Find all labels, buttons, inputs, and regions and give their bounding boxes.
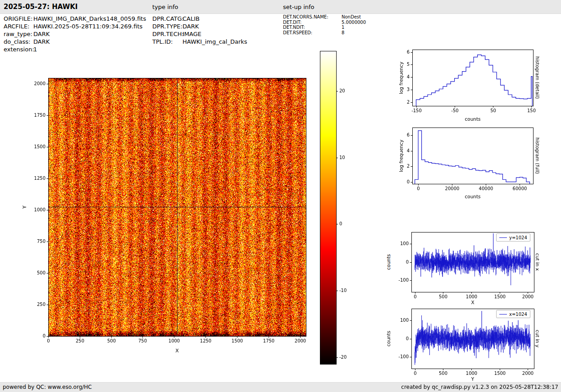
info-row-extension: extension:1: [4, 46, 146, 53]
page-title: 2025-05-27: HAWKI: [4, 3, 78, 11]
info-row-dprtech: DPR.TECH:IMAGE: [152, 30, 247, 38]
info-value: 1: [342, 25, 344, 30]
info-row-rawtype: raw_type:DARK: [4, 30, 146, 38]
main-xaxis-label: X: [48, 348, 306, 354]
histogram-full-xaxis-label: counts: [412, 194, 533, 199]
info-row-origfile: ORIGFILE:HAWKI_IMG_DARK_Darks148_0059.fi…: [4, 15, 146, 23]
info-label: ARCFILE:: [4, 23, 33, 30]
cut-y-legend-text: x=1024: [509, 312, 527, 317]
info-value: HAWKI_IMG_DARK_Darks148_0059.fits: [33, 15, 146, 22]
info-value: DARK: [182, 23, 199, 30]
info-label: DET.NDIT:: [283, 25, 342, 30]
qc-report-page: 2025-05-27: HAWKI type info set-up info …: [0, 0, 561, 392]
cut-x-yaxis-label: counts: [386, 232, 391, 292]
info-value: DARK: [33, 38, 50, 45]
info-label: DPR.TECH:: [152, 30, 182, 38]
info-label: DPR.TYPE:: [152, 23, 182, 30]
info-row-doclass: do_class:DARK: [4, 38, 146, 46]
info-row-dprtype: DPR.TYPE:DARK: [152, 23, 247, 30]
info-row-tplid: TPL.ID:HAWKI_img_cal_Darks: [152, 38, 247, 46]
footer-right-text: created by qc_rawdisp.py v1.2.3 on 2025-…: [401, 383, 558, 392]
cut-x-side-label: cut in x: [535, 232, 540, 292]
histogram-full-yaxis-label: log frequency: [398, 128, 404, 184]
info-row-arcfile: ARCFILE:HAWKI.2025-05-28T11:09:34.269.fi…: [4, 23, 146, 30]
info-value: DARK: [33, 31, 50, 37]
histogram-full-side-label: histogram (full): [535, 128, 540, 184]
legend-line-sample: [499, 314, 507, 315]
cut-y-xaxis-label: Y: [411, 376, 534, 382]
info-label: DET.RSPEED:: [283, 30, 342, 36]
cut-x-legend-text: y=1024: [509, 235, 527, 240]
main-yaxis-label: Y: [22, 78, 27, 336]
info-row-ncorrs: DET.NCORRS.NAME:NonDest: [283, 14, 366, 20]
legend-line-sample: [499, 237, 507, 238]
cut-y-yaxis-label: counts: [386, 309, 391, 369]
raw-frame-heatmap: [18, 59, 315, 351]
info-row-ndit: DET.NDIT:1: [283, 25, 366, 30]
info-label: raw_type:: [4, 30, 33, 38]
histogram-detail-chart: [392, 43, 541, 117]
header-bar: 2025-05-27: HAWKI type info set-up info: [0, 0, 561, 14]
setup-info-heading: set-up info: [283, 4, 315, 10]
info-row-rspeed: DET.RSPEED:8: [283, 30, 366, 36]
info-value: 1: [33, 46, 37, 53]
footer-left-text: powered by QC: www.eso.org/HC: [3, 383, 92, 392]
info-value: CALIB: [182, 15, 200, 22]
info-value: IMAGE: [182, 31, 201, 37]
histogram-full-chart: [392, 121, 541, 195]
info-row-dprcatg: DPR.CATG:CALIB: [152, 15, 247, 23]
info-label: DPR.CATG:: [152, 15, 182, 23]
cut-y-side-label: cut in y: [535, 309, 540, 369]
info-value: HAWKI_img_cal_Darks: [182, 38, 247, 45]
info-label: DET.NCORRS.NAME:: [283, 14, 342, 20]
info-label: ORIGFILE:: [4, 15, 33, 23]
file-info-block: ORIGFILE:HAWKI_IMG_DARK_Darks148_0059.fi…: [4, 15, 146, 53]
cut-x-legend: y=1024: [496, 233, 530, 242]
cut-y-legend: x=1024: [496, 310, 530, 318]
colorbar: [315, 47, 358, 369]
info-label: DET.DIT:: [283, 20, 342, 25]
info-value: HAWKI.2025-05-28T11:09:34.269.fits: [33, 23, 142, 30]
histogram-detail-side-label: histogram (detail): [535, 50, 540, 106]
type-info-heading: type info: [152, 4, 178, 10]
histogram-detail-yaxis-label: log frequency: [398, 50, 404, 106]
info-value: 5.0000000: [342, 20, 366, 25]
info-label: do_class:: [4, 38, 33, 46]
info-row-dit: DET.DIT:5.0000000: [283, 20, 366, 25]
info-label: TPL.ID:: [152, 38, 182, 46]
info-value: NonDest: [342, 14, 361, 19]
info-value: 8: [342, 30, 344, 35]
footer-bar: powered by QC: www.eso.org/HC created by…: [0, 382, 561, 392]
setup-info-block: DET.NCORRS.NAME:NonDest DET.DIT:5.000000…: [283, 14, 366, 35]
info-label: extension:: [4, 46, 33, 53]
type-info-block: DPR.CATG:CALIB DPR.TYPE:DARK DPR.TECH:IM…: [152, 15, 247, 46]
